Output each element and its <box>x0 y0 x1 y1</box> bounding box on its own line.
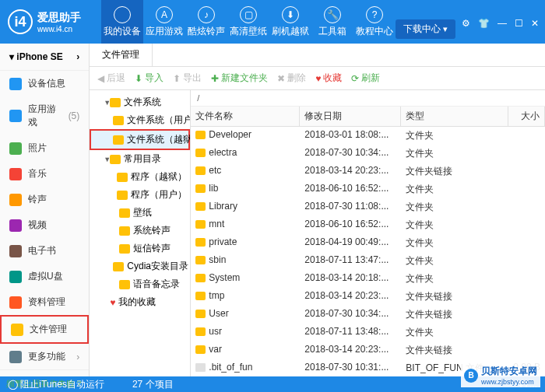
tab-file-manage[interactable]: 文件管理 <box>90 44 153 66</box>
tree-item-1[interactable]: 文件系统（用户） <box>90 111 190 129</box>
file-list: Developer2018-03-01 18:08:...文件夹electra2… <box>191 127 545 376</box>
sidebar-icon <box>9 245 22 257</box>
file-row[interactable]: var2018-03-14 20:23:...文件夹链接 <box>191 341 545 359</box>
watermark-icon: B <box>464 369 478 383</box>
file-row[interactable]: Library2018-07-30 11:08:...文件夹 <box>191 198 545 216</box>
refresh-button[interactable]: ⟳ 刷新 <box>351 72 380 85</box>
file-row[interactable]: electra2018-07-30 10:34:...文件夹 <box>191 145 545 163</box>
import-button[interactable]: ⬇ 导入 <box>135 72 164 85</box>
nav-icon: 🔧 <box>324 6 341 23</box>
minimize-icon[interactable]: — <box>498 18 507 29</box>
nav-item-1[interactable]: A应用游戏 <box>143 0 185 44</box>
file-row[interactable]: sbin2018-07-11 13:47:...文件夹 <box>191 252 545 270</box>
nav-icon: ♪ <box>198 6 215 23</box>
header: i4 爱思助手 www.i4.cn 我的设备A应用游戏♪酷炫铃声▢高清壁纸⬇刷机… <box>0 0 545 44</box>
new-folder-button[interactable]: ✚ 新建文件夹 <box>211 72 268 85</box>
settings-icon[interactable]: ⚙ <box>462 18 470 29</box>
maximize-icon[interactable]: ☐ <box>515 18 523 29</box>
file-row[interactable]: mnt2018-06-10 16:52:...文件夹 <box>191 216 545 234</box>
sidebar-item-4[interactable]: 铃声 <box>0 187 89 212</box>
sidebar-item-6[interactable]: 电子书 <box>0 238 89 264</box>
app-url: www.i4.cn <box>37 25 81 33</box>
sidebar-item-1[interactable]: 应用游戏(5) <box>0 96 89 135</box>
sidebar: ▾ iPhone SE › 设备信息应用游戏(5)照片音乐铃声视频电子书虚拟U盘… <box>0 44 90 376</box>
logo-icon: i4 <box>8 9 33 34</box>
sidebar-icon <box>11 324 23 336</box>
sidebar-icon <box>9 271 22 283</box>
folder-icon <box>195 131 206 139</box>
sidebar-item-3[interactable]: 音乐 <box>0 161 89 187</box>
file-row[interactable]: Developer2018-03-01 18:08:...文件夹 <box>191 127 545 145</box>
nav-item-2[interactable]: ♪酷炫铃声 <box>185 0 227 44</box>
folder-icon <box>113 135 124 145</box>
col-size[interactable]: 大小 <box>508 107 545 126</box>
folder-icon <box>113 262 124 271</box>
sidebar-item-7[interactable]: 虚拟U盘 <box>0 264 89 289</box>
sidebar-item-0[interactable]: 设备信息 <box>0 71 89 96</box>
heart-icon: ♥ <box>110 297 115 308</box>
folder-icon <box>119 244 130 254</box>
tree-item-3[interactable]: ▼常用目录 <box>90 150 190 168</box>
tree-item-7[interactable]: 系统铃声 <box>90 222 190 240</box>
nav-item-6[interactable]: ?教程中心 <box>353 0 396 44</box>
tree-item-4[interactable]: 程序（越狱） <box>90 168 190 186</box>
nav-item-3[interactable]: ▢高清壁纸 <box>227 0 269 44</box>
file-row[interactable]: private2018-04-19 00:49:...文件夹 <box>191 234 545 252</box>
file-row[interactable]: tmp2018-03-14 20:23:...文件夹链接 <box>191 288 545 306</box>
chevron-right-icon: › <box>76 51 79 62</box>
nav-icon <box>114 6 131 23</box>
device-header[interactable]: ▾ iPhone SE › <box>0 44 89 71</box>
nav-item-0[interactable]: 我的设备 <box>101 0 143 44</box>
logo: i4 爱思助手 www.i4.cn <box>0 9 101 34</box>
sidebar-item-5[interactable]: 视频 <box>0 212 89 238</box>
tree-item-2[interactable]: 文件系统（越狱） <box>90 129 190 150</box>
folder-icon <box>195 310 206 318</box>
col-name[interactable]: 文件名称 <box>191 107 300 126</box>
folder-icon <box>195 202 206 211</box>
favorite-button[interactable]: ♥ 收藏 <box>315 72 342 85</box>
main-panel: 文件管理 ◀ 后退 ⬇ 导入 ⬆ 导出 ✚ 新建文件夹 ✖ 删除 ♥ 收藏 ⟳ … <box>90 44 545 376</box>
tree-item-5[interactable]: 程序（用户） <box>90 186 190 204</box>
nav-icon: ? <box>366 6 383 23</box>
tree-item-10[interactable]: 语音备忘录 <box>90 275 190 293</box>
folder-icon <box>110 155 121 164</box>
skin-icon[interactable]: 👕 <box>478 18 490 29</box>
sidebar-icon <box>9 78 22 90</box>
file-row[interactable]: etc2018-03-14 20:23:...文件夹链接 <box>191 163 545 180</box>
file-row[interactable]: System2018-03-14 20:18:...文件夹 <box>191 270 545 288</box>
tree-item-0[interactable]: ▼文件系统 <box>90 93 190 111</box>
file-row[interactable]: usr2018-07-11 13:48:...文件夹 <box>191 324 545 341</box>
file-row[interactable]: User2018-07-30 10:34:...文件夹链接 <box>191 306 545 324</box>
file-row[interactable]: lib2018-06-10 16:52:...文件夹 <box>191 180 545 198</box>
delete-button[interactable]: ✖ 删除 <box>277 72 306 85</box>
export-button[interactable]: ⬆ 导出 <box>173 72 202 85</box>
tree-item-9[interactable]: Cydia安装目录 <box>90 257 190 275</box>
tree-item-11[interactable]: ♥我的收藏 <box>90 293 190 311</box>
download-center-button[interactable]: 下载中心 ▾ <box>396 19 455 39</box>
path-bar[interactable]: / <box>191 90 545 107</box>
sidebar-item-2[interactable]: 照片 <box>0 135 89 161</box>
toolbar: ◀ 后退 ⬇ 导入 ⬆ 导出 ✚ 新建文件夹 ✖ 删除 ♥ 收藏 ⟳ 刷新 <box>90 67 545 90</box>
folder-icon <box>110 98 121 107</box>
col-date[interactable]: 修改日期 <box>300 107 401 126</box>
file-icon <box>195 363 206 372</box>
folder-icon <box>195 184 206 193</box>
folder-icon <box>119 226 130 236</box>
back-button[interactable]: ◀ 后退 <box>97 72 125 85</box>
sidebar-icon <box>9 194 22 206</box>
nav-item-5[interactable]: 🔧工具箱 <box>311 0 353 44</box>
folder-icon <box>119 208 130 218</box>
folder-icon <box>195 292 206 300</box>
sidebar-item-9[interactable]: 文件管理 <box>0 315 89 344</box>
tree-item-6[interactable]: 壁纸 <box>90 204 190 222</box>
file-pane: / 文件名称 修改日期 类型 大小 Developer2018-03-01 18… <box>191 90 545 376</box>
nav-icon: ⬇ <box>282 6 299 23</box>
folder-icon <box>117 191 128 200</box>
close-icon[interactable]: ✕ <box>531 18 539 29</box>
nav-item-4[interactable]: ⬇刷机越狱 <box>269 0 311 44</box>
sidebar-item-10[interactable]: 更多功能 › <box>0 344 89 369</box>
itunes-block-toggle[interactable]: ◯ 阻止iTunes自动运行 <box>8 378 104 391</box>
sidebar-item-8[interactable]: 资料管理 <box>0 289 89 315</box>
col-type[interactable]: 类型 <box>401 107 508 126</box>
tree-item-8[interactable]: 短信铃声 <box>90 240 190 257</box>
